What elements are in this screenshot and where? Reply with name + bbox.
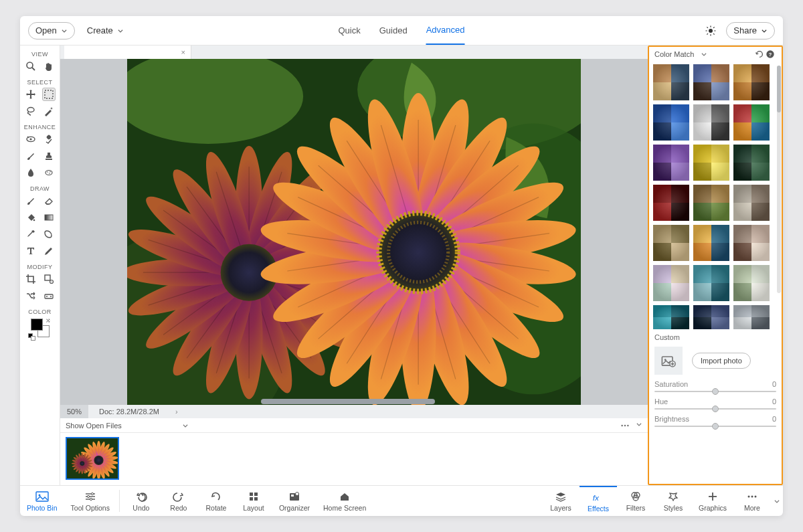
rotate-button[interactable]: Rotate: [197, 486, 235, 516]
undo-button[interactable]: Undo: [122, 486, 160, 516]
saturation-slider[interactable]: [654, 391, 776, 392]
preset-desert-road[interactable]: [693, 64, 729, 100]
preset-tropical-sunset[interactable]: [693, 225, 729, 261]
share-button-label: Share: [733, 25, 757, 35]
paint-bucket-tool[interactable]: [24, 211, 37, 224]
filters-button[interactable]: Filters: [617, 486, 654, 516]
preset-red-rose[interactable]: [653, 185, 689, 221]
tab-advanced[interactable]: Advanced: [426, 16, 465, 45]
preset-autumn-colors[interactable]: [733, 104, 770, 141]
brush-tool[interactable]: [24, 194, 37, 207]
panel-reset-icon[interactable]: [755, 50, 766, 59]
hue-slider[interactable]: [654, 408, 776, 410]
pencil-tool[interactable]: [42, 244, 56, 258]
import-photo-button[interactable]: Import photo: [692, 353, 751, 369]
photo-bin-menu-icon[interactable]: [620, 421, 630, 430]
layers-button[interactable]: Layers: [542, 486, 579, 516]
custom-image-slot[interactable]: [654, 347, 683, 375]
zoom-level[interactable]: 50%: [60, 405, 88, 418]
preset-blue-feathers[interactable]: [653, 104, 689, 141]
canvas[interactable]: [60, 59, 648, 405]
preset-teal-splash[interactable]: [653, 305, 689, 329]
photo-bin-label: Show Open Files: [66, 422, 122, 430]
tool-options-button[interactable]: Tool Options: [64, 486, 116, 516]
svg-rect-234: [653, 265, 689, 301]
preset-yellow-flower[interactable]: [693, 145, 729, 181]
editor-area: ×: [60, 46, 648, 485]
default-colors-icon[interactable]: [28, 333, 35, 341]
close-tab-icon[interactable]: ×: [181, 48, 185, 56]
preset-sunset-beach[interactable]: [653, 64, 689, 100]
share-button[interactable]: Share: [726, 22, 775, 39]
zoom-tool[interactable]: [24, 60, 37, 73]
eyedropper-tool[interactable]: [24, 228, 37, 241]
preset-dark-leaves[interactable]: [733, 145, 770, 181]
gradient-tool[interactable]: [42, 211, 56, 224]
photo-bin-thumbnail[interactable]: [66, 437, 119, 480]
color-swatch[interactable]: ⤭: [31, 319, 50, 337]
preset-city-statue[interactable]: [733, 305, 770, 329]
svg-rect-239: [693, 265, 729, 301]
quick-selection-tool[interactable]: [42, 104, 56, 118]
document-tab[interactable]: ×: [64, 46, 191, 59]
preset-arches-bw[interactable]: [693, 104, 729, 141]
home-screen-button[interactable]: Home Screen: [317, 486, 373, 516]
preset-latte-art[interactable]: [733, 225, 770, 261]
photo-bin-button[interactable]: Photo Bin: [20, 486, 64, 516]
text-tool[interactable]: [24, 244, 37, 258]
shape-tool[interactable]: [42, 228, 56, 241]
marquee-tool[interactable]: [42, 88, 56, 101]
preset-scrollbar[interactable]: [777, 66, 781, 293]
redo-button[interactable]: Redo: [160, 486, 197, 516]
graphics-button[interactable]: Graphics: [692, 486, 733, 516]
eraser-tool[interactable]: [42, 194, 56, 207]
spot-heal-tool[interactable]: [42, 132, 56, 146]
panel-help-icon[interactable]: [766, 50, 776, 59]
crop-tool[interactable]: [24, 272, 37, 286]
smart-brush-tool[interactable]: [24, 149, 37, 163]
preset-silhouette[interactable]: [733, 64, 770, 100]
organizer-button[interactable]: Organizer: [272, 486, 317, 516]
straighten-tool[interactable]: [42, 289, 56, 302]
tab-guided[interactable]: Guided: [379, 16, 408, 45]
theme-toggle-icon[interactable]: [705, 25, 717, 37]
sponge-tool[interactable]: [42, 166, 56, 179]
topbar-right: Share: [705, 22, 775, 39]
layers-icon: [554, 491, 567, 503]
preset-forest-path[interactable]: [693, 185, 729, 221]
move-tool[interactable]: [24, 88, 37, 101]
foreground-color-swatch[interactable]: [31, 319, 43, 331]
layout-button[interactable]: Layout: [235, 486, 272, 516]
tab-quick[interactable]: Quick: [339, 16, 361, 45]
preset-pastel-garden[interactable]: [653, 265, 689, 301]
redeye-tool[interactable]: [24, 132, 37, 146]
photo-bin-collapse-icon[interactable]: [636, 421, 642, 430]
open-button[interactable]: Open: [28, 22, 75, 39]
swap-colors-icon[interactable]: ⤭: [46, 317, 51, 324]
more-button[interactable]: More: [733, 486, 771, 516]
content-aware-move-tool[interactable]: [24, 289, 37, 302]
styles-button[interactable]: Styles: [654, 486, 692, 516]
blur-tool[interactable]: [24, 166, 37, 179]
preset-purple-flowers[interactable]: [653, 145, 689, 181]
preset-coastal[interactable]: [693, 265, 729, 301]
create-button[interactable]: Create: [87, 25, 124, 35]
mode-tabs: Quick Guided Advanced: [339, 16, 465, 45]
svg-rect-259: [733, 305, 770, 329]
tools-panel: VIEW SELECT ENHANCE: [20, 46, 60, 485]
preset-garden-white[interactable]: [733, 265, 770, 301]
preset-pebbles[interactable]: [733, 185, 770, 221]
lasso-tool[interactable]: [24, 104, 37, 118]
preset-moonlit[interactable]: [693, 305, 729, 329]
recompose-tool[interactable]: [42, 272, 56, 286]
clone-stamp-tool[interactable]: [42, 149, 56, 163]
app-window: Open Create Quick Guided Advanced Share …: [20, 16, 783, 516]
preset-rocky-cliff[interactable]: [653, 225, 689, 261]
hand-tool[interactable]: [42, 60, 56, 73]
effects-button[interactable]: Effects: [579, 486, 617, 516]
bottombar-collapse-icon[interactable]: [771, 486, 783, 516]
status-chevron-icon[interactable]: ›: [170, 408, 183, 416]
photo-bin-chevron-icon[interactable]: [182, 422, 189, 429]
brightness-slider[interactable]: [654, 426, 776, 427]
panel-dropdown-icon[interactable]: [701, 51, 707, 58]
